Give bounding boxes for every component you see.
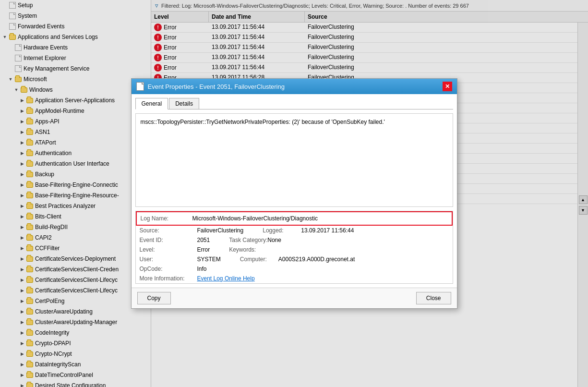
level-row: Level: Error Keywords: [136,245,453,254]
modal-tabs: General Details [135,98,453,109]
modal-close-footer-button[interactable]: Close [416,292,451,304]
task-category-value: None [267,237,281,243]
opcode-row: OpCode: Info [136,264,453,274]
log-name-label: Log Name: [141,215,189,222]
log-name-row: Log Name: Microsoft-Windows-FailoverClus… [136,211,453,226]
computer-label: Computer: [221,256,278,263]
computer-value: A000S219.A000D.greconet.at [278,256,355,263]
logged-value: 13.09.2017 11:56:44 [301,227,354,234]
more-info-label: More Information: [140,275,197,282]
modal-overlay: Event Properties - Event 2051, FailoverC… [0,0,588,387]
source-label: Source: [140,227,197,234]
level-label: Level: [140,246,197,253]
modal-titlebar: Event Properties - Event 2051, FailoverC… [132,79,457,94]
modal-title-left: Event Properties - Event 2051, FailoverC… [136,82,285,91]
tab-details[interactable]: Details [169,98,199,109]
modal-body: General Details mscs::TopologyPersister:… [132,94,457,288]
task-category-label: Task Category: [210,237,267,243]
opcode-label: OpCode: [140,266,197,272]
level-value: Error [197,246,210,253]
source-value: FailoverClustering [197,227,244,234]
source-row: Source: FailoverClustering Logged: 13.09… [136,226,453,235]
modal-close-button[interactable]: ✕ [443,82,452,91]
user-label: User: [140,256,197,263]
log-name-value: Microsoft-Windows-FailoverClustering/Dia… [192,215,318,222]
more-info-row: More Information: Event Log Online Help [136,274,453,283]
tab-general[interactable]: General [135,98,168,109]
modal-page-icon [136,82,144,91]
logged-label: Logged: [243,227,301,234]
modal-title: Event Properties - Event 2051, FailoverC… [148,83,285,90]
modal-footer: Copy Close [132,288,457,308]
event-log-online-help-link[interactable]: Event Log Online Help [197,275,255,282]
event-message-box: mscs::TopologyPersister::TryGetNetworkPr… [135,113,453,207]
opcode-value: Info [197,266,207,272]
keywords-label: Keywords: [210,246,267,253]
user-row: User: SYSTEM Computer: A000S219.A000D.gr… [136,254,453,264]
user-value: SYSTEM [197,256,221,263]
event-id-value: 2051 [197,237,210,243]
event-details: Log Name: Microsoft-Windows-FailoverClus… [135,211,453,284]
event-id-row: Event ID: 2051 Task Category: None [136,235,453,245]
event-properties-modal: Event Properties - Event 2051, FailoverC… [131,78,457,309]
event-id-label: Event ID: [140,237,197,243]
copy-button[interactable]: Copy [137,292,171,304]
